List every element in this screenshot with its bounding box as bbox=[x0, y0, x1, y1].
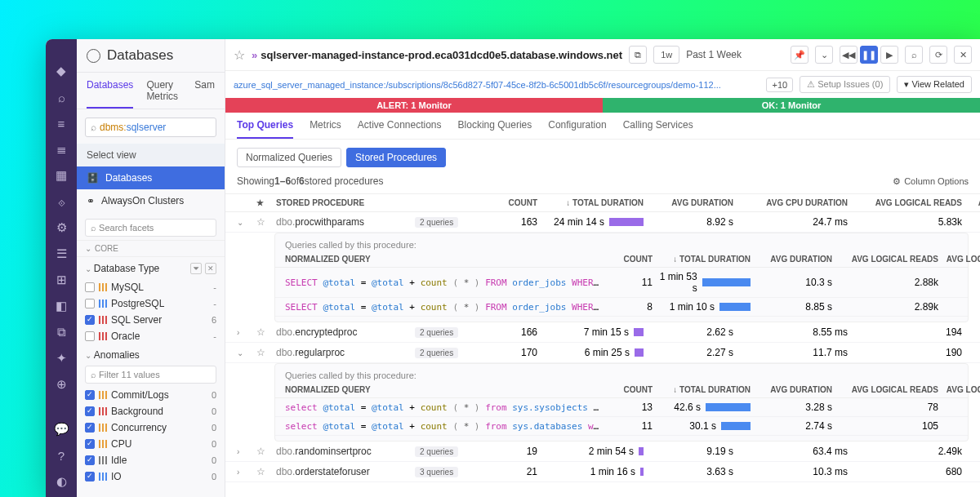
main-tabs: Top QueriesMetricsActive ConnectionsBloc… bbox=[225, 113, 980, 140]
star-header[interactable]: ★ bbox=[256, 198, 276, 207]
anomaly-row[interactable]: Commit/Logs 0 bbox=[77, 387, 225, 403]
refresh-button[interactable]: ⟳ bbox=[929, 46, 947, 64]
facet-row[interactable]: Oracle - bbox=[77, 328, 225, 344]
star-icon[interactable]: ☆ bbox=[256, 446, 276, 457]
expand-icon[interactable]: ⌄ bbox=[237, 218, 256, 227]
star-icon[interactable]: ☆ bbox=[234, 47, 245, 63]
anomaly-icon bbox=[99, 391, 107, 399]
subtab-normalized[interactable]: Normalized Queries bbox=[237, 148, 341, 167]
star-icon[interactable]: ☆ bbox=[256, 466, 276, 477]
nav-icon[interactable]: ⧉ bbox=[54, 325, 69, 339]
nav-icon[interactable]: ≣ bbox=[54, 142, 69, 157]
sub-row[interactable]: SELECT @total = @total + count ( * ) FRO… bbox=[275, 298, 968, 317]
expand-icon[interactable]: › bbox=[237, 328, 256, 337]
facet-row[interactable]: MySQL - bbox=[77, 279, 225, 295]
host-title: »sqlserver-managed-instance-prod.eca031d… bbox=[252, 49, 622, 61]
pause-button[interactable]: ❚❚ bbox=[860, 46, 878, 64]
tab-calling services[interactable]: Calling Services bbox=[623, 119, 693, 139]
breadcrumb[interactable]: azure_sql_server_managed_instance:/subsc… bbox=[234, 80, 760, 90]
sub-row[interactable]: select @total = @total + count ( * ) fro… bbox=[275, 398, 968, 417]
facet-row[interactable]: PostgreSQL - bbox=[77, 295, 225, 312]
db-type-icon bbox=[99, 332, 107, 340]
tab-top queries[interactable]: Top Queries bbox=[237, 119, 293, 139]
close-button[interactable]: ✕ bbox=[954, 46, 972, 64]
chat-icon[interactable]: 💬 bbox=[54, 422, 69, 437]
expand-icon[interactable]: › bbox=[237, 447, 256, 456]
table-row[interactable]: › ☆ dbo.orderstateforuser 3 queries 21 1… bbox=[225, 462, 980, 482]
tab-blocking queries[interactable]: Blocking Queries bbox=[458, 119, 532, 139]
facet-database-type[interactable]: ⌄ Database Type ⏷✕ bbox=[77, 257, 225, 279]
table-row[interactable]: ⌄ ☆ dbo.regularproc 2 queries 170 6 min … bbox=[225, 343, 980, 363]
tab-databases[interactable]: Databases bbox=[87, 73, 133, 109]
step-forward-button[interactable]: ▶ bbox=[880, 46, 898, 64]
step-back-button[interactable]: ◀◀ bbox=[840, 46, 858, 64]
checkbox[interactable] bbox=[85, 455, 95, 465]
sort-total-duration[interactable]: ↓ TOTAL DURATION bbox=[537, 198, 644, 207]
facet-search[interactable]: ⌕ Search facets bbox=[85, 219, 216, 237]
timerange-short[interactable]: 1w bbox=[653, 46, 679, 64]
view-related-button[interactable]: ▾ View Related bbox=[897, 76, 972, 93]
nav-icon[interactable]: ⟐ bbox=[54, 194, 69, 209]
nav-icon[interactable]: ⊕ bbox=[54, 377, 69, 392]
checkbox[interactable] bbox=[85, 299, 95, 308]
setup-issues[interactable]: ⚠ Setup Issues (0) bbox=[800, 76, 890, 93]
anomaly-filter[interactable]: ⌕ Filter 11 values bbox=[85, 366, 216, 384]
view-databases[interactable]: 🗄️ Databases bbox=[77, 166, 225, 189]
user-icon[interactable]: ◐ bbox=[54, 474, 69, 489]
facet-core[interactable]: ⌄CORE bbox=[77, 240, 225, 257]
table-row[interactable]: › ☆ dbo.encryptedproc 2 queries 166 7 mi… bbox=[225, 322, 980, 343]
nav-icon[interactable]: ✦ bbox=[54, 351, 69, 366]
help-icon[interactable]: ? bbox=[54, 448, 69, 463]
close-icon[interactable]: ✕ bbox=[205, 263, 216, 274]
facet-anomalies[interactable]: ⌄ Anomalies bbox=[77, 344, 225, 366]
anomaly-row[interactable]: CPU 0 bbox=[77, 436, 225, 452]
ok-monitor[interactable]: OK: 1 Monitor bbox=[603, 98, 980, 113]
checkbox[interactable] bbox=[85, 423, 95, 433]
nav-icon[interactable]: ⚙ bbox=[54, 220, 69, 235]
anomaly-row[interactable]: Background 0 bbox=[77, 403, 225, 419]
nav-icon[interactable]: ⌕ bbox=[54, 90, 69, 104]
checkbox[interactable] bbox=[85, 331, 95, 341]
funnel-icon[interactable]: ⏷ bbox=[190, 263, 202, 274]
tab-active connections[interactable]: Active Connections bbox=[358, 119, 442, 139]
breadcrumb-more[interactable]: +10 bbox=[766, 78, 793, 92]
nav-icon[interactable]: ☰ bbox=[54, 246, 69, 261]
sub-row[interactable]: select @total = @total + count ( * ) fro… bbox=[275, 417, 968, 436]
expand-icon[interactable]: ⌄ bbox=[237, 348, 256, 357]
chevron-down-icon[interactable]: ⌄ bbox=[815, 46, 833, 64]
nav-icon[interactable]: ⊞ bbox=[54, 273, 69, 287]
star-icon[interactable]: ☆ bbox=[256, 216, 276, 228]
expand-icon[interactable]: › bbox=[237, 468, 256, 477]
checkbox[interactable] bbox=[85, 390, 95, 400]
checkbox[interactable] bbox=[85, 315, 95, 325]
checkbox[interactable] bbox=[85, 406, 95, 416]
alert-monitor[interactable]: ALERT: 1 Monitor bbox=[225, 98, 603, 113]
table-row[interactable]: › ☆ dbo.randominsertproc 2 queries 19 2 … bbox=[225, 442, 980, 462]
checkbox[interactable] bbox=[85, 472, 95, 481]
star-icon[interactable]: ☆ bbox=[256, 347, 276, 358]
table-row[interactable]: ⌄ ☆ dbo.procwithparams 2 queries 163 24 … bbox=[225, 212, 980, 233]
dbms-search[interactable]: ⌕ dbms:sqlserver bbox=[85, 118, 216, 137]
star-icon[interactable]: ☆ bbox=[256, 326, 276, 338]
tab-metrics[interactable]: Metrics bbox=[310, 119, 341, 139]
anomaly-row[interactable]: Idle 0 bbox=[77, 452, 225, 468]
checkbox[interactable] bbox=[85, 282, 95, 292]
nav-icon[interactable]: ◧ bbox=[54, 299, 69, 313]
zoom-button[interactable]: ⌕ bbox=[905, 46, 923, 64]
logo-icon[interactable]: ◆ bbox=[54, 64, 69, 78]
anomaly-row[interactable]: IO 0 bbox=[77, 468, 225, 485]
tab-query-metrics[interactable]: Query Metrics bbox=[146, 73, 181, 109]
column-options[interactable]: ⚙Column Options bbox=[893, 176, 969, 187]
anomaly-row[interactable]: Concurrency 0 bbox=[77, 419, 225, 436]
tab-configuration[interactable]: Configuration bbox=[548, 119, 606, 139]
nav-icon[interactable]: ▦ bbox=[54, 168, 69, 183]
pin-button[interactable]: 📌 bbox=[791, 46, 808, 64]
subtab-stored-procedures[interactable]: Stored Procedures bbox=[346, 148, 446, 167]
tab-samples[interactable]: Sam bbox=[194, 73, 215, 109]
nav-icon[interactable]: ≡ bbox=[54, 116, 69, 131]
checkbox[interactable] bbox=[85, 439, 95, 449]
facet-row[interactable]: SQL Server 6 bbox=[77, 312, 225, 328]
view-alwayson[interactable]: ⚭ AlwaysOn Clusters bbox=[77, 189, 225, 212]
copy-button[interactable]: ⧉ bbox=[629, 46, 647, 64]
sub-row[interactable]: SELECT @total = @total + count ( * ) FRO… bbox=[275, 268, 968, 298]
